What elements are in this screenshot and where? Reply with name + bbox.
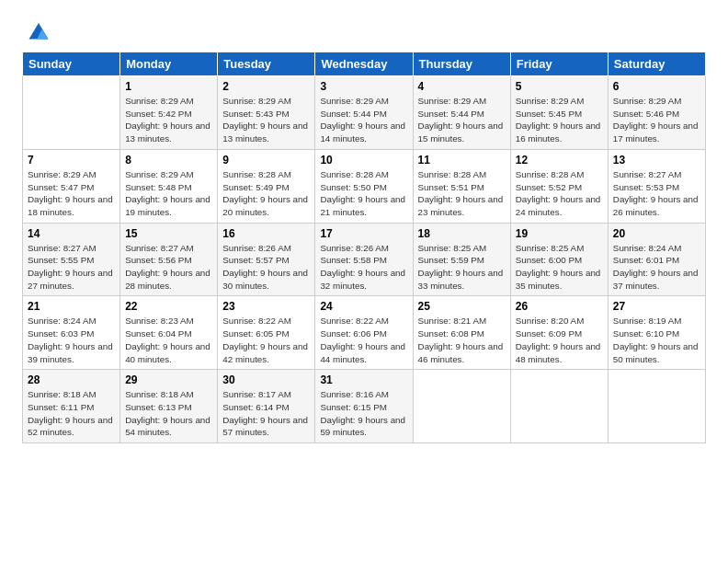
day-number: 28: [28, 373, 115, 386]
day-info: Sunrise: 8:17 AMSunset: 6:14 PMDaylight:…: [222, 388, 310, 439]
calendar-cell: 2Sunrise: 8:29 AMSunset: 5:43 PMDaylight…: [218, 76, 315, 150]
calendar-cell: 29Sunrise: 8:18 AMSunset: 6:13 PMDayligh…: [120, 370, 218, 443]
day-number: 26: [516, 300, 603, 313]
day-info: Sunrise: 8:21 AMSunset: 6:08 PMDaylight:…: [418, 315, 506, 365]
day-number: 4: [418, 80, 506, 93]
day-number: 14: [28, 227, 115, 240]
day-number: 13: [613, 154, 700, 167]
day-number: 12: [516, 154, 603, 167]
calendar-cell: 27Sunrise: 8:19 AMSunset: 6:10 PMDayligh…: [608, 296, 705, 370]
day-number: 25: [418, 300, 506, 313]
day-info: Sunrise: 8:28 AMSunset: 5:50 PMDaylight:…: [320, 168, 407, 219]
day-number: 2: [222, 80, 310, 93]
calendar-week-row: 7Sunrise: 8:29 AMSunset: 5:47 PMDaylight…: [23, 149, 706, 223]
day-info: Sunrise: 8:29 AMSunset: 5:42 PMDaylight:…: [125, 95, 212, 145]
day-info: Sunrise: 8:23 AMSunset: 6:04 PMDaylight:…: [125, 315, 212, 365]
day-number: 22: [125, 300, 212, 313]
calendar-cell: 13Sunrise: 8:27 AMSunset: 5:53 PMDayligh…: [608, 149, 705, 223]
day-info: Sunrise: 8:29 AMSunset: 5:45 PMDaylight:…: [516, 95, 603, 145]
calendar-cell: 30Sunrise: 8:17 AMSunset: 6:14 PMDayligh…: [218, 370, 315, 443]
weekday-header-friday: Friday: [510, 52, 608, 76]
day-info: Sunrise: 8:29 AMSunset: 5:44 PMDaylight:…: [418, 95, 506, 145]
day-info: Sunrise: 8:29 AMSunset: 5:48 PMDaylight:…: [125, 168, 212, 219]
calendar-week-row: 28Sunrise: 8:18 AMSunset: 6:11 PMDayligh…: [23, 370, 706, 443]
calendar-cell: [23, 76, 120, 150]
day-number: 9: [222, 154, 310, 167]
day-info: Sunrise: 8:22 AMSunset: 6:06 PMDaylight:…: [320, 315, 407, 365]
day-info: Sunrise: 8:18 AMSunset: 6:11 PMDaylight:…: [28, 388, 115, 439]
weekday-header-monday: Monday: [120, 52, 218, 76]
day-number: 23: [222, 300, 310, 313]
day-number: 29: [125, 373, 212, 386]
day-info: Sunrise: 8:28 AMSunset: 5:51 PMDaylight:…: [418, 168, 506, 219]
day-info: Sunrise: 8:25 AMSunset: 6:00 PMDaylight:…: [516, 242, 603, 293]
calendar-page: SundayMondayTuesdayWednesdayThursdayFrid…: [0, 0, 728, 456]
calendar-cell: 15Sunrise: 8:27 AMSunset: 5:56 PMDayligh…: [120, 223, 218, 296]
day-info: Sunrise: 8:25 AMSunset: 5:59 PMDaylight:…: [418, 242, 506, 293]
weekday-header-sunday: Sunday: [23, 52, 120, 76]
calendar-cell: 14Sunrise: 8:27 AMSunset: 5:55 PMDayligh…: [23, 223, 120, 296]
day-number: 3: [320, 80, 407, 93]
calendar-cell: 8Sunrise: 8:29 AMSunset: 5:48 PMDaylight…: [120, 149, 218, 223]
calendar-cell: 23Sunrise: 8:22 AMSunset: 6:05 PMDayligh…: [218, 296, 315, 370]
calendar-cell: 20Sunrise: 8:24 AMSunset: 6:01 PMDayligh…: [608, 223, 705, 296]
day-number: 15: [125, 227, 212, 240]
weekday-header-tuesday: Tuesday: [218, 52, 315, 76]
calendar-cell: 3Sunrise: 8:29 AMSunset: 5:44 PMDaylight…: [315, 76, 413, 150]
day-info: Sunrise: 8:27 AMSunset: 5:56 PMDaylight:…: [125, 242, 212, 293]
weekday-header-row: SundayMondayTuesdayWednesdayThursdayFrid…: [23, 52, 706, 76]
calendar-table: SundayMondayTuesdayWednesdayThursdayFrid…: [22, 52, 706, 443]
calendar-cell: 26Sunrise: 8:20 AMSunset: 6:09 PMDayligh…: [510, 296, 608, 370]
calendar-cell: 9Sunrise: 8:28 AMSunset: 5:49 PMDaylight…: [218, 149, 315, 223]
weekday-header-thursday: Thursday: [413, 52, 510, 76]
day-info: Sunrise: 8:29 AMSunset: 5:47 PMDaylight:…: [28, 168, 115, 219]
day-info: Sunrise: 8:19 AMSunset: 6:10 PMDaylight:…: [613, 315, 700, 365]
day-number: 11: [418, 154, 506, 167]
calendar-cell: 21Sunrise: 8:24 AMSunset: 6:03 PMDayligh…: [23, 296, 120, 370]
day-number: 17: [320, 227, 407, 240]
calendar-cell: 19Sunrise: 8:25 AMSunset: 6:00 PMDayligh…: [510, 223, 608, 296]
calendar-cell: 17Sunrise: 8:26 AMSunset: 5:58 PMDayligh…: [315, 223, 413, 296]
day-info: Sunrise: 8:29 AMSunset: 5:46 PMDaylight:…: [613, 95, 700, 145]
day-info: Sunrise: 8:22 AMSunset: 6:05 PMDaylight:…: [222, 315, 310, 365]
day-number: 31: [320, 373, 407, 386]
weekday-header-wednesday: Wednesday: [315, 52, 413, 76]
day-number: 24: [320, 300, 407, 313]
day-info: Sunrise: 8:24 AMSunset: 6:01 PMDaylight:…: [613, 242, 700, 293]
calendar-cell: [413, 370, 510, 443]
calendar-cell: [510, 370, 608, 443]
calendar-cell: 7Sunrise: 8:29 AMSunset: 5:47 PMDaylight…: [23, 149, 120, 223]
day-number: 20: [613, 227, 700, 240]
day-info: Sunrise: 8:28 AMSunset: 5:52 PMDaylight:…: [516, 168, 603, 219]
day-number: 27: [613, 300, 700, 313]
calendar-cell: 4Sunrise: 8:29 AMSunset: 5:44 PMDaylight…: [413, 76, 510, 150]
calendar-cell: 5Sunrise: 8:29 AMSunset: 5:45 PMDaylight…: [510, 76, 608, 150]
calendar-week-row: 1Sunrise: 8:29 AMSunset: 5:42 PMDaylight…: [23, 76, 706, 150]
day-number: 5: [516, 80, 603, 93]
calendar-cell: 16Sunrise: 8:26 AMSunset: 5:57 PMDayligh…: [218, 223, 315, 296]
calendar-week-row: 21Sunrise: 8:24 AMSunset: 6:03 PMDayligh…: [23, 296, 706, 370]
day-info: Sunrise: 8:27 AMSunset: 5:55 PMDaylight:…: [28, 242, 115, 293]
logo: [22, 17, 51, 42]
calendar-cell: 25Sunrise: 8:21 AMSunset: 6:08 PMDayligh…: [413, 296, 510, 370]
calendar-week-row: 14Sunrise: 8:27 AMSunset: 5:55 PMDayligh…: [23, 223, 706, 296]
day-number: 18: [418, 227, 506, 240]
calendar-cell: 12Sunrise: 8:28 AMSunset: 5:52 PMDayligh…: [510, 149, 608, 223]
day-info: Sunrise: 8:29 AMSunset: 5:44 PMDaylight:…: [320, 95, 407, 145]
calendar-cell: 1Sunrise: 8:29 AMSunset: 5:42 PMDaylight…: [120, 76, 218, 150]
day-number: 10: [320, 154, 407, 167]
day-number: 6: [613, 80, 700, 93]
day-number: 19: [516, 227, 603, 240]
calendar-cell: [608, 370, 705, 443]
day-info: Sunrise: 8:20 AMSunset: 6:09 PMDaylight:…: [516, 315, 603, 365]
calendar-cell: 24Sunrise: 8:22 AMSunset: 6:06 PMDayligh…: [315, 296, 413, 370]
calendar-cell: 28Sunrise: 8:18 AMSunset: 6:11 PMDayligh…: [23, 370, 120, 443]
calendar-cell: 6Sunrise: 8:29 AMSunset: 5:46 PMDaylight…: [608, 76, 705, 150]
day-info: Sunrise: 8:26 AMSunset: 5:57 PMDaylight:…: [222, 242, 310, 293]
calendar-cell: 18Sunrise: 8:25 AMSunset: 5:59 PMDayligh…: [413, 223, 510, 296]
day-number: 7: [28, 154, 115, 167]
day-info: Sunrise: 8:27 AMSunset: 5:53 PMDaylight:…: [613, 168, 700, 219]
day-number: 1: [125, 80, 212, 93]
header: [22, 17, 706, 42]
day-info: Sunrise: 8:28 AMSunset: 5:49 PMDaylight:…: [222, 168, 310, 219]
